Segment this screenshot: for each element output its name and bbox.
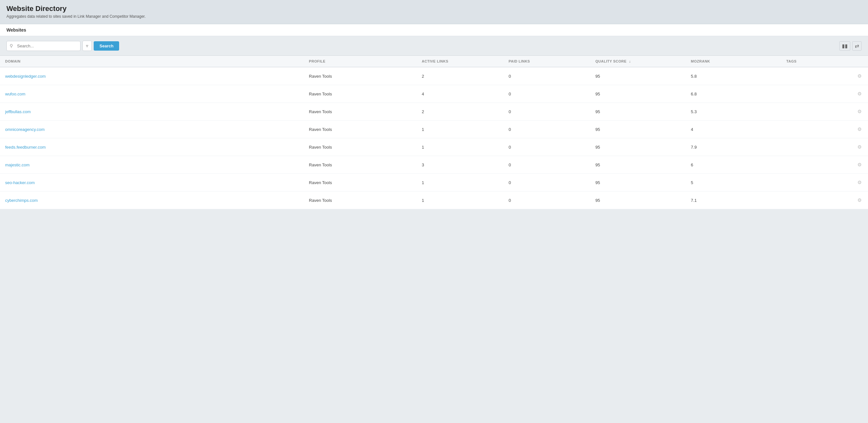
search-input[interactable] <box>6 41 81 51</box>
cell-mozrank: 7.1 <box>686 192 781 209</box>
cell-domain: feeds.feedburner.com <box>0 138 304 156</box>
cell-domain: wufoo.com <box>0 85 304 103</box>
row-settings-button[interactable]: ⚙ <box>856 90 863 97</box>
domain-link[interactable]: wufoo.com <box>5 91 25 96</box>
toolbar-left: ⚲ ▿ Search <box>6 40 119 51</box>
cell-domain: cyberchimps.com <box>0 192 304 209</box>
cell-action: ⚙ <box>850 156 868 174</box>
cell-tags <box>781 103 850 120</box>
cell-profile: Raven Tools <box>304 156 416 174</box>
cell-paid-links: 0 <box>503 85 590 103</box>
table-icon: ▮▮ <box>842 43 848 49</box>
col-header-tags: TAGS <box>781 56 850 67</box>
cell-mozrank: 6 <box>686 156 781 174</box>
cell-active-links: 1 <box>416 138 503 156</box>
table-row: seo-hacker.com Raven Tools 1 0 95 5 ⚙ <box>0 174 868 192</box>
cell-paid-links: 0 <box>503 120 590 138</box>
cell-mozrank: 7.9 <box>686 138 781 156</box>
domain-link[interactable]: cyberchimps.com <box>5 198 38 203</box>
cell-mozrank: 5.3 <box>686 103 781 120</box>
cell-tags <box>781 138 850 156</box>
row-settings-button[interactable]: ⚙ <box>856 73 863 80</box>
cell-active-links: 1 <box>416 120 503 138</box>
row-settings-button[interactable]: ⚙ <box>856 197 863 204</box>
cell-tags <box>781 120 850 138</box>
cell-paid-links: 0 <box>503 192 590 209</box>
search-icon: ⚲ <box>10 43 13 48</box>
cell-quality-score: 95 <box>590 174 686 192</box>
cell-domain: jeffbullas.com <box>0 103 304 120</box>
table-body: webdesignledger.com Raven Tools 2 0 95 5… <box>0 67 868 209</box>
cell-active-links: 3 <box>416 156 503 174</box>
table-header-row: DOMAIN PROFILE ACTIVE LINKS PAID LINKS Q… <box>0 56 868 67</box>
table-row: webdesignledger.com Raven Tools 2 0 95 5… <box>0 67 868 85</box>
filter-icon: ▿ <box>86 43 88 48</box>
domain-link[interactable]: webdesignledger.com <box>5 74 46 79</box>
row-settings-button[interactable]: ⚙ <box>856 126 863 133</box>
cell-action: ⚙ <box>850 138 868 156</box>
col-header-action <box>850 56 868 67</box>
cell-domain: omnicoreagency.com <box>0 120 304 138</box>
row-settings-button[interactable]: ⚙ <box>856 179 863 186</box>
search-button[interactable]: Search <box>94 41 119 51</box>
cell-mozrank: 4 <box>686 120 781 138</box>
table-container: DOMAIN PROFILE ACTIVE LINKS PAID LINKS Q… <box>0 56 868 209</box>
cell-quality-score: 95 <box>590 85 686 103</box>
cell-tags <box>781 192 850 209</box>
cell-domain: majestic.com <box>0 156 304 174</box>
cell-active-links: 2 <box>416 103 503 120</box>
cell-quality-score: 95 <box>590 120 686 138</box>
cell-paid-links: 0 <box>503 174 590 192</box>
cell-active-links: 1 <box>416 192 503 209</box>
domain-link[interactable]: feeds.feedburner.com <box>5 145 46 149</box>
cell-profile: Raven Tools <box>304 67 416 85</box>
domain-link[interactable]: jeffbullas.com <box>5 109 31 114</box>
table-view-button[interactable]: ▮▮ <box>839 41 850 51</box>
websites-table: DOMAIN PROFILE ACTIVE LINKS PAID LINKS Q… <box>0 56 868 209</box>
cell-tags <box>781 174 850 192</box>
cell-paid-links: 0 <box>503 138 590 156</box>
cell-domain: webdesignledger.com <box>0 67 304 85</box>
col-header-active-links: ACTIVE LINKS <box>416 56 503 67</box>
cell-action: ⚙ <box>850 103 868 120</box>
domain-link[interactable]: majestic.com <box>5 163 30 167</box>
page-subtitle: Aggregates data related to sites saved i… <box>6 14 862 19</box>
section-label: Websites <box>6 27 26 33</box>
cell-action: ⚙ <box>850 120 868 138</box>
cell-paid-links: 0 <box>503 103 590 120</box>
toolbar: ⚲ ▿ Search ▮▮ ⇄ <box>0 36 868 56</box>
cell-tags <box>781 67 850 85</box>
domain-link[interactable]: seo-hacker.com <box>5 180 35 185</box>
cell-profile: Raven Tools <box>304 120 416 138</box>
cell-paid-links: 0 <box>503 156 590 174</box>
row-settings-button[interactable]: ⚙ <box>856 108 863 115</box>
col-header-paid-links: PAID LINKS <box>503 56 590 67</box>
row-settings-button[interactable]: ⚙ <box>856 161 863 168</box>
domain-link[interactable]: omnicoreagency.com <box>5 127 45 132</box>
col-header-domain: DOMAIN <box>0 56 304 67</box>
row-settings-button[interactable]: ⚙ <box>856 143 863 150</box>
grid-view-button[interactable]: ⇄ <box>852 41 862 51</box>
table-row: omnicoreagency.com Raven Tools 1 0 95 4 … <box>0 120 868 138</box>
table-row: cyberchimps.com Raven Tools 1 0 95 7.1 ⚙ <box>0 192 868 209</box>
cell-quality-score: 95 <box>590 67 686 85</box>
cell-quality-score: 95 <box>590 103 686 120</box>
filter-button[interactable]: ▿ <box>83 40 92 51</box>
cell-profile: Raven Tools <box>304 85 416 103</box>
col-header-profile: PROFILE <box>304 56 416 67</box>
cell-active-links: 1 <box>416 174 503 192</box>
cell-active-links: 4 <box>416 85 503 103</box>
cell-paid-links: 0 <box>503 67 590 85</box>
cell-action: ⚙ <box>850 85 868 103</box>
cell-action: ⚙ <box>850 174 868 192</box>
sort-arrow-icon: ↓ <box>629 59 631 63</box>
toolbar-right: ▮▮ ⇄ <box>839 41 862 51</box>
cell-action: ⚙ <box>850 67 868 85</box>
section-header: Websites <box>0 24 868 36</box>
cell-profile: Raven Tools <box>304 138 416 156</box>
search-wrapper: ⚲ <box>6 41 81 51</box>
page-header: Website Directory Aggregates data relate… <box>0 0 868 24</box>
col-header-quality-score[interactable]: QUALITY SCORE ↓ <box>590 56 686 67</box>
cell-mozrank: 5.8 <box>686 67 781 85</box>
cell-tags <box>781 156 850 174</box>
